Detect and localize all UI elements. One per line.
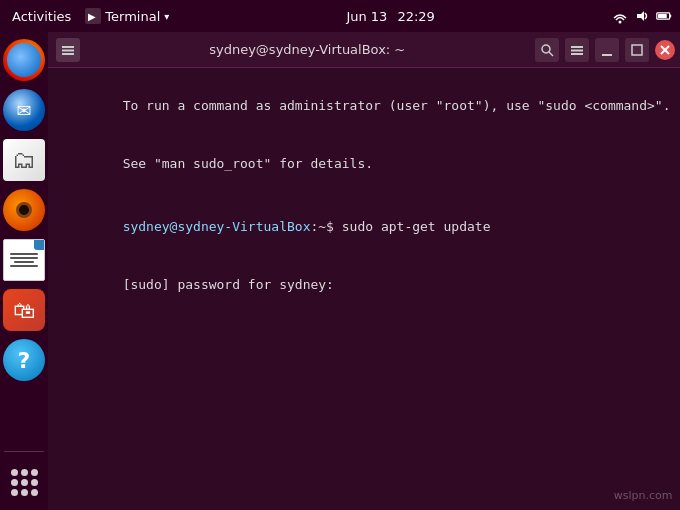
topbar-clock: Jun 13 22:29 <box>346 9 434 24</box>
term-output: [sudo] password for sydney: <box>123 277 334 292</box>
maximize-icon <box>630 43 644 57</box>
dock-item-firefox[interactable] <box>0 36 48 84</box>
svg-text:▶: ▶ <box>88 11 96 22</box>
minimize-button[interactable] <box>595 38 619 62</box>
terminal-content[interactable]: To run a command as administrator (user … <box>48 68 680 510</box>
dock-item-thunderbird[interactable] <box>0 86 48 134</box>
terminal-title: sydney@sydney-VirtualBox: ~ <box>80 42 535 57</box>
network-icon[interactable] <box>612 8 628 24</box>
grid-icon <box>11 469 38 496</box>
titlebar-controls <box>535 38 675 62</box>
svg-marker-3 <box>637 11 644 21</box>
terminal-menu-button[interactable]: ▶ Terminal ▾ <box>85 8 169 24</box>
svg-rect-6 <box>670 14 672 17</box>
search-icon <box>540 43 554 57</box>
sound-icon[interactable] <box>634 8 650 24</box>
term-text-2: See "man sudo_root" for details. <box>123 156 373 171</box>
main-area: 🗂 🛍 ? <box>0 32 680 510</box>
dock-item-rhythmbox[interactable] <box>0 186 48 234</box>
top-bar: Activities ▶ Terminal ▾ Jun 13 22:29 <box>0 0 680 32</box>
menu-icon[interactable] <box>56 38 80 62</box>
svg-rect-7 <box>62 46 74 48</box>
help-icon: ? <box>3 339 45 381</box>
dock-separator <box>4 451 44 452</box>
writer-icon <box>3 239 45 281</box>
dock-item-files[interactable]: 🗂 <box>0 136 48 184</box>
dock-item-appcenter[interactable]: 🛍 <box>0 286 48 334</box>
chevron-down-icon: ▾ <box>164 11 169 22</box>
term-line-4: [sudo] password for sydney: <box>60 256 671 315</box>
appcenter-icon: 🛍 <box>3 289 45 331</box>
terminal-label: Terminal <box>105 9 160 24</box>
topbar-left: Activities ▶ Terminal ▾ <box>8 7 169 26</box>
terminal-window: sydney@sydney-VirtualBox: ~ <box>48 32 680 510</box>
date-display: Jun 13 <box>346 9 387 24</box>
terminal-icon: ▶ <box>85 8 101 24</box>
close-button[interactable] <box>655 40 675 60</box>
maximize-button[interactable] <box>625 38 649 62</box>
svg-point-10 <box>542 45 550 53</box>
dock-item-help[interactable]: ? <box>0 336 48 384</box>
terminal-titlebar: sydney@sydney-VirtualBox: ~ <box>48 32 680 68</box>
term-line-3: sydney@sydney-VirtualBox:~$ sudo apt-get… <box>60 197 671 256</box>
firefox-icon <box>3 39 45 81</box>
term-prompt-suffix: :~$ <box>310 219 341 234</box>
dock: 🗂 🛍 ? <box>0 32 48 510</box>
svg-rect-16 <box>632 45 642 55</box>
svg-rect-8 <box>62 49 74 51</box>
time-display: 22:29 <box>397 9 434 24</box>
files-icon: 🗂 <box>3 139 45 181</box>
menu-lines-icon <box>570 43 584 57</box>
svg-rect-13 <box>571 49 583 51</box>
minimize-icon <box>600 43 614 57</box>
battery-icon[interactable] <box>656 8 672 24</box>
svg-point-2 <box>618 21 621 24</box>
watermark: wslpn.com <box>614 489 673 502</box>
svg-rect-5 <box>658 14 667 18</box>
svg-rect-12 <box>571 46 583 48</box>
term-prompt: sydney@sydney-VirtualBox <box>123 219 311 234</box>
svg-rect-9 <box>62 53 74 55</box>
topbar-right <box>612 8 672 24</box>
dock-item-writer[interactable] <box>0 236 48 284</box>
show-apps-button[interactable] <box>0 458 48 506</box>
svg-rect-14 <box>571 53 583 55</box>
rhythmbox-icon <box>3 189 45 231</box>
options-button[interactable] <box>565 38 589 62</box>
term-command: sudo apt-get update <box>342 219 491 234</box>
search-button[interactable] <box>535 38 559 62</box>
close-icon <box>659 44 671 56</box>
term-text-1: To run a command as administrator (user … <box>123 98 671 113</box>
activities-button[interactable]: Activities <box>8 7 75 26</box>
hamburger-icon <box>61 43 75 57</box>
titlebar-left <box>56 38 80 62</box>
svg-line-11 <box>549 52 553 56</box>
term-line-2: See "man sudo_root" for details. <box>60 135 671 194</box>
term-line-1: To run a command as administrator (user … <box>60 76 671 135</box>
thunderbird-icon <box>3 89 45 131</box>
